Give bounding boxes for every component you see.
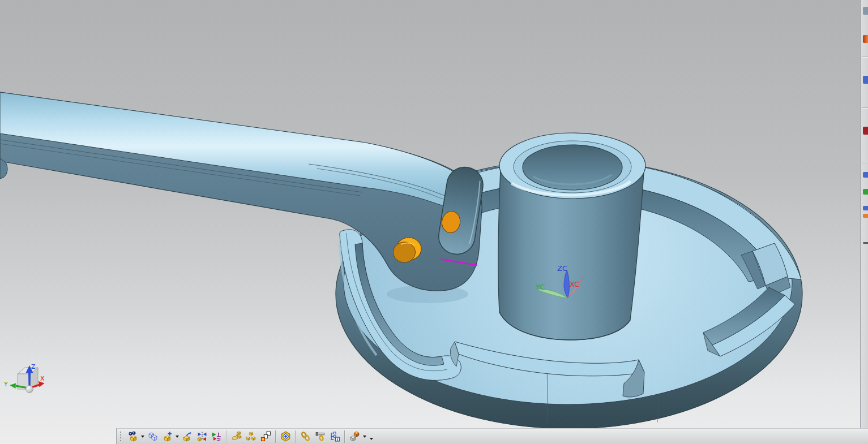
view-y-label: Y [3, 381, 8, 388]
toolbar-separator [295, 430, 296, 443]
docked-overflow-dash[interactable] [863, 242, 868, 244]
interpart-link-icon[interactable] [298, 429, 313, 444]
cad-viewport[interactable]: ZC XC YC Z X Y [0, 0, 868, 444]
right-toolbar-separator [862, 57, 868, 57]
arm[interactable] [0, 92, 486, 291]
find-component-icon[interactable] [125, 429, 140, 444]
docked-icon-5[interactable] [863, 172, 868, 178]
view-z-label: Z [31, 363, 36, 370]
wave-geometry-linker-icon[interactable] [278, 429, 293, 444]
view-x-label: X [40, 375, 45, 382]
assembly-constraints-icon[interactable] [209, 429, 224, 444]
docked-icon-1[interactable] [863, 7, 868, 15]
pattern-component-icon[interactable] [243, 429, 258, 444]
toolbar-separator [344, 430, 345, 443]
docked-icon-7[interactable] [863, 206, 868, 210]
right-toolbar-separator [862, 107, 868, 108]
right-toolbar-separator [862, 163, 868, 163]
docked-icon-4[interactable] [863, 127, 868, 135]
wcs-x-label: XC [570, 280, 579, 288]
show-hide-components-icon[interactable] [145, 429, 160, 444]
suppression-state-icon[interactable] [258, 429, 273, 444]
assembly-information-icon[interactable] [327, 429, 342, 444]
view-triad[interactable]: Z X Y [3, 363, 45, 393]
add-component-icon[interactable] [160, 429, 174, 444]
right-docked-toolbar [860, 0, 868, 428]
exploded-views-dropdown[interactable] [362, 430, 367, 443]
wcs-z-label: ZC [557, 264, 567, 273]
find-component-dropdown[interactable] [140, 430, 145, 443]
replace-component-icon[interactable] [179, 429, 194, 444]
assemblies-toolbar [116, 428, 868, 444]
docked-icon-2[interactable] [863, 35, 868, 43]
docked-icon-8[interactable] [863, 214, 868, 218]
boss-cylinder[interactable] [498, 133, 645, 340]
exploded-views-icon[interactable] [347, 429, 362, 444]
toolbar-overflow-button[interactable] [368, 430, 375, 443]
boss-bore[interactable] [523, 145, 622, 190]
toolbar-separator [275, 430, 276, 443]
move-component-icon[interactable] [229, 429, 243, 444]
clearance-check-icon[interactable] [313, 429, 327, 444]
docked-icon-6[interactable] [863, 189, 868, 195]
wcs-y-label: YC [535, 283, 545, 291]
add-component-dropdown[interactable] [174, 430, 179, 443]
3d-model-canvas[interactable]: ZC XC YC Z X Y [0, 0, 868, 444]
docked-icon-3[interactable] [863, 76, 868, 84]
mirror-assemblies-icon[interactable] [194, 429, 209, 444]
toolbar-separator [226, 430, 226, 443]
toolbar-drag-handle[interactable] [120, 432, 122, 442]
